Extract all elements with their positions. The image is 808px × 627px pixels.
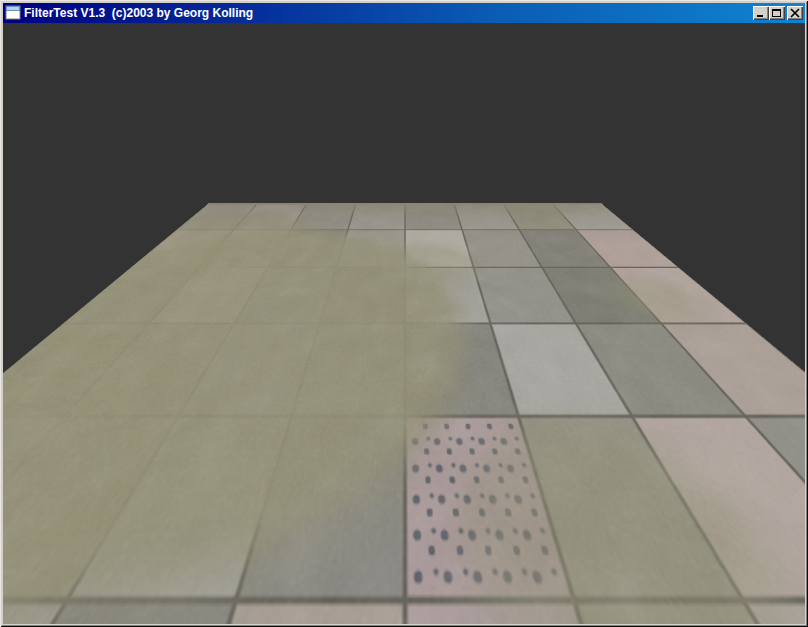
minimize-icon	[755, 8, 767, 18]
maximize-icon	[771, 8, 783, 18]
window-controls	[753, 6, 803, 20]
ground-plane	[3, 203, 805, 624]
title-bar[interactable]: FilterTest V1.3 (c)2003 by Georg Kolling	[3, 3, 805, 23]
application-window-icon[interactable]	[5, 5, 21, 21]
close-icon	[789, 8, 801, 18]
window-title: FilterTest V1.3 (c)2003 by Georg Kolling	[24, 3, 753, 23]
close-button[interactable]	[787, 6, 803, 20]
render-viewport[interactable]	[3, 23, 805, 624]
app-window: FilterTest V1.3 (c)2003 by Georg Kolling	[0, 0, 808, 627]
minimize-button[interactable]	[753, 6, 769, 20]
maximize-button[interactable]	[769, 6, 785, 20]
